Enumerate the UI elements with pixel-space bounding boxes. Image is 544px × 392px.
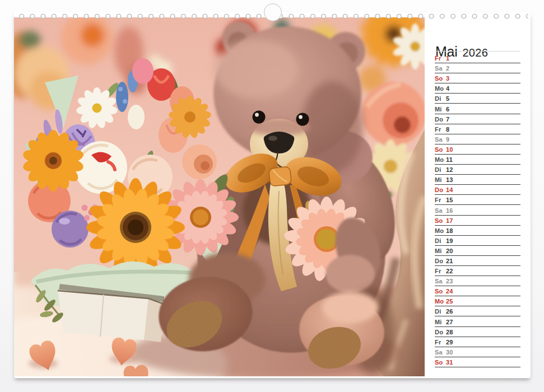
day-weekday: Do xyxy=(435,329,446,335)
day-row: Sa16 xyxy=(435,205,520,215)
day-number: 10 xyxy=(446,147,453,153)
day-weekday: Mi xyxy=(435,177,446,183)
day-number: 28 xyxy=(446,329,453,335)
day-row: Do28 xyxy=(435,327,520,337)
day-number: 31 xyxy=(446,360,453,366)
day-weekday: Di xyxy=(435,167,446,173)
day-row: Fr29 xyxy=(435,337,520,347)
day-row: Fr15 xyxy=(435,195,520,205)
day-weekday: Mo xyxy=(435,228,446,234)
day-weekday: Mi xyxy=(435,106,446,113)
day-row: So17 xyxy=(435,216,520,226)
day-number: 20 xyxy=(446,248,453,254)
day-weekday: So xyxy=(435,218,446,224)
day-number: 13 xyxy=(446,177,453,183)
day-number: 25 xyxy=(446,298,453,305)
day-weekday: Do xyxy=(435,187,446,193)
calendar-photo xyxy=(14,17,425,376)
day-list: Fr1Sa2So3Mo4Di5Mi6Do7Fr8Sa9So10Mo11Di12M… xyxy=(435,53,520,367)
day-weekday: Mo xyxy=(435,157,446,163)
day-row: So3 xyxy=(435,73,520,83)
day-row: Mi13 xyxy=(435,175,520,185)
day-row: Fr1 xyxy=(435,53,520,63)
day-number: 26 xyxy=(446,309,453,315)
day-row: Di26 xyxy=(435,306,520,316)
day-row: Do7 xyxy=(435,114,520,124)
day-row: Sa2 xyxy=(435,63,520,73)
day-number: 17 xyxy=(446,218,453,224)
day-weekday: Do xyxy=(435,258,446,264)
day-weekday: So xyxy=(435,360,446,366)
title-divider xyxy=(435,51,520,52)
day-row: Sa30 xyxy=(435,347,520,357)
day-number: 5 xyxy=(446,96,449,102)
day-weekday: Mi xyxy=(435,248,446,254)
day-weekday: Mi xyxy=(435,319,446,325)
day-weekday: Mo xyxy=(435,298,446,305)
day-number: 15 xyxy=(446,197,453,203)
day-weekday: Fr xyxy=(435,268,446,274)
date-panel: Mai 2026 Fr1Sa2So3Mo4Di5Mi6Do7Fr8Sa9So10… xyxy=(425,12,531,378)
day-number: 11 xyxy=(446,157,453,163)
day-row: Sa23 xyxy=(435,276,520,286)
day-weekday: Mo xyxy=(435,86,446,92)
day-number: 22 xyxy=(446,268,453,274)
day-number: 7 xyxy=(446,116,449,123)
day-row: Di19 xyxy=(435,236,520,246)
day-row: Do21 xyxy=(435,256,520,266)
day-number: 8 xyxy=(446,127,449,133)
day-number: 1 xyxy=(446,55,449,62)
day-weekday: So xyxy=(435,288,446,295)
day-number: 27 xyxy=(446,319,453,325)
day-number: 6 xyxy=(446,106,449,113)
day-weekday: Fr xyxy=(435,197,446,203)
day-number: 12 xyxy=(446,167,453,173)
day-weekday: So xyxy=(435,147,446,153)
day-number: 9 xyxy=(446,137,449,143)
day-number: 16 xyxy=(446,208,453,214)
day-row: Mi27 xyxy=(435,316,520,326)
day-number: 24 xyxy=(446,288,453,295)
day-weekday: Do xyxy=(435,116,446,123)
day-weekday: Sa xyxy=(435,208,446,214)
day-weekday: So xyxy=(435,76,446,82)
day-weekday: Sa xyxy=(435,66,446,72)
day-weekday: Sa xyxy=(435,349,446,356)
day-weekday: Fr xyxy=(435,127,446,133)
day-row: So10 xyxy=(435,144,520,155)
day-number: 3 xyxy=(446,76,449,82)
day-weekday: Di xyxy=(435,309,446,315)
day-weekday: Di xyxy=(435,238,446,244)
day-row: Fr22 xyxy=(435,266,520,276)
calendar-page: Mai 2026 Fr1Sa2So3Mo4Di5Mi6Do7Fr8Sa9So10… xyxy=(14,12,531,378)
day-row: Do14 xyxy=(435,185,520,195)
day-row: Sa9 xyxy=(435,134,520,144)
day-number: 14 xyxy=(446,187,453,193)
day-number: 30 xyxy=(446,349,453,356)
day-number: 19 xyxy=(446,238,453,244)
day-number: 23 xyxy=(446,278,453,284)
day-number: 2 xyxy=(446,66,449,72)
day-number: 18 xyxy=(446,228,453,234)
day-row: Mo18 xyxy=(435,226,520,236)
day-row: Di5 xyxy=(435,94,520,104)
hanger-hole xyxy=(264,3,282,21)
day-number: 4 xyxy=(446,86,449,92)
day-row: Di12 xyxy=(435,165,520,175)
day-weekday: Fr xyxy=(435,55,446,62)
day-row: Mo25 xyxy=(435,296,520,306)
day-row: Mo11 xyxy=(435,155,520,165)
day-row: So31 xyxy=(435,357,520,367)
day-row: Mi6 xyxy=(435,104,520,114)
day-number: 21 xyxy=(446,258,453,264)
day-weekday: Fr xyxy=(435,339,446,346)
day-weekday: Sa xyxy=(435,137,446,143)
day-row: Mi20 xyxy=(435,246,520,256)
day-row: Fr8 xyxy=(435,124,520,134)
day-row: So24 xyxy=(435,286,520,296)
day-weekday: Di xyxy=(435,96,446,102)
day-number: 29 xyxy=(446,339,453,346)
day-row: Mo4 xyxy=(435,83,520,94)
day-weekday: Sa xyxy=(435,278,446,284)
